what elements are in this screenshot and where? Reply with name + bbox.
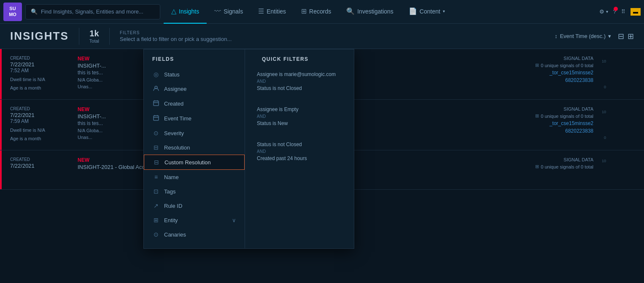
quick-filter-line: Assignee is Empty: [257, 106, 342, 113]
sort-button[interactable]: ↕ Event Time (desc.) ▾: [555, 33, 611, 39]
field-item-severity[interactable]: ⊙ Severity: [144, 126, 245, 140]
card-right: Signal Data ⊞ 0 unique signals of 0 tota…: [501, 56, 593, 93]
name-field-icon: ≡: [152, 174, 160, 180]
field-item-custom-resolution[interactable]: ⊟ Custom Resolution: [144, 155, 245, 170]
entity-name: _tor_cse15minsse2: [550, 70, 593, 76]
svg-rect-1: [154, 101, 159, 106]
svg-rect-2: [154, 116, 159, 120]
field-label-entity: Entity: [164, 217, 178, 223]
field-label-event-time: Event Time: [164, 115, 191, 122]
grid-view-button[interactable]: ⊞: [628, 32, 634, 41]
filter-input[interactable]: Select a field to filter on or pick a su…: [120, 36, 544, 42]
created-field-icon: [152, 100, 160, 107]
card-time: 7:52 AM: [10, 68, 69, 73]
tab-insights[interactable]: △ Insights: [164, 0, 207, 24]
field-item-name[interactable]: ≡ Name: [144, 170, 245, 184]
card-date: 7/22/2021: [10, 163, 69, 169]
terminal-button[interactable]: ▬: [631, 8, 641, 16]
field-item-assignee[interactable]: Assignee: [144, 82, 245, 96]
apps-grid-icon: ⠿: [621, 8, 625, 15]
card-age: Age is a month: [10, 85, 69, 90]
tab-records[interactable]: ⊞ Records: [294, 0, 339, 24]
card-dwell: Dwell time is N/A: [10, 128, 69, 133]
subheader: INSIGHTS 1k Total FILTERS Select a field…: [0, 24, 644, 49]
field-item-event-time[interactable]: Event Time: [144, 111, 245, 126]
help-button[interactable]: ?: [613, 8, 616, 15]
tab-signals[interactable]: 〰 Signals: [207, 0, 251, 24]
chart-column: 10 0: [602, 106, 636, 143]
filter-section[interactable]: FILTERS Select a field to filter on or p…: [120, 30, 544, 42]
chart-min-label: 0: [604, 136, 606, 140]
columns-view-button[interactable]: ⊟: [618, 32, 624, 41]
tab-investigations[interactable]: 🔍 Investigations: [339, 0, 401, 24]
page-title: INSIGHTS: [10, 30, 69, 43]
chart-column: 10 0: [602, 56, 636, 93]
card-dwell: Dwell time is N/A: [10, 77, 69, 82]
chart-max-label: 10: [602, 110, 606, 114]
card-meta: Created 7/22/2021 7:59 AM Dwell time is …: [10, 106, 69, 143]
sort-icon: ↕: [555, 33, 558, 39]
entity-id: 6820223838: [565, 77, 593, 83]
tab-entities-label: Entities: [267, 8, 286, 15]
signal-expand-icon: ⊞: [535, 113, 539, 119]
canaries-field-icon: ⊙: [152, 231, 160, 238]
quick-filter-line: Status is not Closed: [257, 141, 342, 148]
settings-chevron: ▾: [606, 9, 608, 14]
field-label-status: Status: [164, 71, 180, 78]
insights-icon: △: [171, 7, 176, 15]
signal-data-label: Signal Data: [563, 56, 593, 61]
total-number: 1k: [89, 29, 99, 38]
settings-button[interactable]: ⚙ ▾: [599, 8, 608, 15]
signal-expand-icon: ⊞: [535, 164, 539, 169]
settings-icon: ⚙: [599, 8, 604, 15]
quick-filter-item[interactable]: Status is not Closed AND Created past 24…: [253, 137, 345, 166]
signal-data-val: 0 unique signals of 0 total: [541, 164, 593, 169]
entity-name: _tor_cse15minsse2: [550, 120, 593, 126]
logo[interactable]: SU MO: [3, 3, 22, 21]
field-item-resolution[interactable]: ⊟ Resolution: [144, 140, 245, 155]
total-count-badge: 1k Total: [89, 29, 99, 44]
assignee-field-icon: [152, 85, 160, 93]
global-search-bar[interactable]: 🔍 Find Insights, Signals, Entities and m…: [25, 4, 160, 19]
content-chevron-icon: ▾: [443, 9, 445, 14]
quick-filter-line: Status is not Closed: [257, 84, 342, 92]
tab-insights-label: Insights: [179, 8, 199, 15]
resolution-field-icon: ⊟: [152, 144, 160, 151]
tab-signals-label: Signals: [224, 8, 243, 15]
severity-field-icon: ⊙: [152, 130, 160, 136]
field-label-resolution: Resolution: [164, 144, 190, 151]
total-label: Total: [89, 38, 99, 44]
title-divider: [79, 28, 79, 45]
records-icon: ⊞: [301, 7, 307, 15]
tab-entities[interactable]: ☰ Entities: [251, 0, 294, 24]
field-item-entity[interactable]: ⊞ Entity ∨: [144, 213, 245, 227]
field-item-tags[interactable]: ⊡ Tags: [144, 184, 245, 199]
field-item-canaries[interactable]: ⊙ Canaries: [144, 227, 245, 242]
chart-min-label: 0: [604, 85, 606, 89]
tab-content[interactable]: 📄 Content ▾: [401, 0, 453, 24]
event-time-field-icon: [152, 115, 160, 122]
field-item-status[interactable]: ◎ Status: [144, 67, 245, 82]
signal-data-label: Signal Data: [563, 106, 593, 112]
quick-filter-item[interactable]: Assignee is marie@sumologic.com AND Stat…: [253, 67, 345, 95]
entity-id: 6820223838: [565, 128, 593, 134]
field-item-created[interactable]: Created: [144, 96, 245, 111]
signal-data-label: Signal Data: [563, 157, 593, 162]
filter-dropdown: FIELDS ◎ Status Assignee Created: [143, 49, 354, 249]
signal-data-val: 0 unique signals of 0 total: [541, 63, 593, 68]
quick-filter-and: AND: [257, 79, 342, 84]
field-item-rule-id[interactable]: ↗ Rule ID: [144, 199, 245, 213]
card-right: Signal Data ⊞ 0 unique signals of 0 tota…: [501, 106, 593, 143]
field-label-canaries: Canaries: [164, 231, 186, 238]
terminal-icon: ▬: [631, 8, 641, 16]
search-icon: 🔍: [31, 8, 38, 15]
top-navigation: SU MO 🔍 Find Insights, Signals, Entities…: [0, 0, 644, 24]
apps-button[interactable]: ⠿: [621, 8, 625, 15]
quick-filters-title: QUICK FILTERS: [253, 56, 345, 67]
tab-content-label: Content: [420, 8, 440, 15]
quick-filter-item[interactable]: Assignee is Empty AND Status is New: [253, 102, 345, 131]
view-toggle: ⊟ ⊞: [618, 32, 634, 41]
filters-label: FILTERS: [120, 30, 544, 35]
card-date: 7/22/2021: [10, 112, 69, 118]
search-placeholder: Find Insights, Signals, Entities and mor…: [41, 8, 143, 15]
